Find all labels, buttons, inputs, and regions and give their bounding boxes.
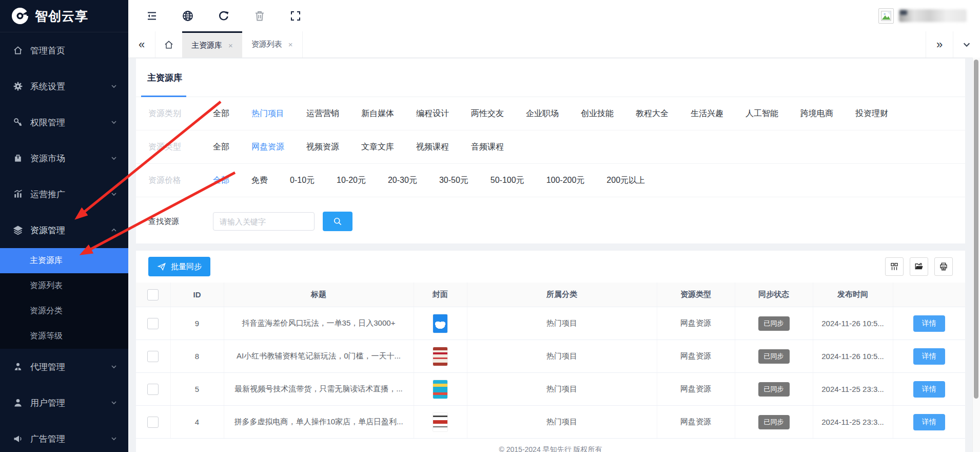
sidebar-subitem-resource-category[interactable]: 资源分类: [0, 298, 128, 324]
sidebar-item-system-settings[interactable]: 系统设置: [0, 68, 128, 104]
export-button[interactable]: [910, 257, 928, 276]
filter-row-price: 资源价格 全部 免费 0-10元 10-20元 20-30元 30-50元 50…: [136, 164, 965, 197]
sidebar-item-label: 资源市场: [30, 153, 111, 164]
sidebar-item-resource-management[interactable]: 资源管理: [0, 212, 128, 248]
tabs-scroll-right-button[interactable]: »: [926, 31, 953, 58]
brand-logo-icon: [11, 7, 29, 25]
filter-option[interactable]: 免费: [251, 175, 268, 186]
cell-id: 8: [170, 340, 224, 373]
resource-table: ID 标题 封面 所属分类 资源类型 同步状态 发布时间 9 抖音蓝海差价风口玩…: [136, 282, 965, 439]
filter-option[interactable]: 200元以上: [606, 175, 645, 186]
detail-button[interactable]: 详情: [913, 348, 945, 365]
sidebar-subitem-label: 资源列表: [30, 280, 63, 291]
row-checkbox[interactable]: [147, 351, 159, 362]
filter-option[interactable]: 音频课程: [471, 142, 504, 153]
sidebar-subitem-resource-list[interactable]: 资源列表: [0, 273, 128, 298]
refresh-icon[interactable]: [218, 10, 230, 22]
gear-icon: [13, 81, 23, 91]
globe-icon[interactable]: [182, 10, 194, 22]
search-input[interactable]: [213, 212, 315, 231]
sidebar-item-operations[interactable]: 运营推广: [0, 176, 128, 212]
filter-option[interactable]: 20-30元: [388, 175, 417, 186]
page-title-underline: [141, 96, 186, 97]
filter-option[interactable]: 30-50元: [439, 175, 468, 186]
filter-option[interactable]: 文章文库: [361, 142, 394, 153]
filter-option[interactable]: 人工智能: [746, 108, 778, 119]
sidebar-item-permissions[interactable]: 权限管理: [0, 104, 128, 140]
filter-option-active[interactable]: 全部: [213, 175, 229, 186]
filter-option[interactable]: 运营营销: [306, 108, 339, 119]
sidebar-subitem-resource-level[interactable]: 资源等级: [0, 324, 128, 349]
filter-label: 资源价格: [148, 175, 213, 186]
trash-icon[interactable]: [253, 10, 266, 22]
filter-option[interactable]: 教程大全: [636, 108, 669, 119]
app-window: 智创云享 管理首页 系统设置 权限管理 资源市场: [0, 0, 980, 452]
fullscreen-icon[interactable]: [289, 10, 302, 22]
home-icon: [164, 40, 174, 50]
filter-option[interactable]: 生活兴趣: [691, 108, 723, 119]
tabbar-spacer: [303, 31, 926, 58]
filter-option[interactable]: 视频资源: [306, 142, 339, 153]
close-icon[interactable]: ×: [288, 40, 293, 49]
tab-resource-list[interactable]: 资源列表 ×: [242, 31, 303, 58]
sync-status-badge: 已同步: [758, 382, 790, 397]
filter-option-active[interactable]: 热门项目: [251, 108, 284, 119]
column-header-type: 资源类型: [657, 282, 735, 307]
topbar-user-area[interactable]: [878, 8, 980, 24]
tab-home-button[interactable]: [155, 31, 182, 58]
sidebar-item-ad-management[interactable]: 广告管理: [0, 421, 128, 452]
tabs-scroll-left-button[interactable]: «: [128, 31, 155, 58]
filter-option[interactable]: 全部: [213, 142, 229, 153]
column-header-sync-status: 同步状态: [735, 282, 813, 307]
batch-sync-button[interactable]: 批量同步: [148, 257, 210, 276]
search-button[interactable]: [323, 212, 352, 231]
broken-image-icon: [880, 10, 892, 22]
columns-icon: [890, 262, 899, 271]
filter-option[interactable]: 投资理财: [855, 108, 888, 119]
filter-option[interactable]: 跨境电商: [800, 108, 833, 119]
filter-option[interactable]: 企业职场: [526, 108, 559, 119]
filter-option[interactable]: 全部: [213, 108, 229, 119]
filter-option[interactable]: 50-100元: [491, 175, 524, 186]
filter-option[interactable]: 100-200元: [546, 175, 585, 186]
row-checkbox[interactable]: [147, 417, 159, 428]
sidebar-item-dashboard[interactable]: 管理首页: [0, 32, 128, 68]
row-checkbox[interactable]: [147, 318, 159, 329]
scrollbar-thumb[interactable]: [974, 60, 978, 399]
filter-option[interactable]: 编程设计: [416, 108, 449, 119]
layers-icon: [13, 225, 23, 235]
sidebar-item-user-management[interactable]: 用户管理: [0, 385, 128, 421]
filter-row-type: 资源类型 全部 网盘资源 视频资源 文章文库 视频课程 音频课程: [136, 130, 965, 164]
filter-option[interactable]: 视频课程: [416, 142, 449, 153]
filter-option[interactable]: 10-20元: [337, 175, 366, 186]
filter-option-active[interactable]: 网盘资源: [251, 142, 284, 153]
filter-option[interactable]: 新自媒体: [361, 108, 394, 119]
filter-option[interactable]: 0-10元: [290, 175, 315, 186]
chevron-down-icon: [111, 364, 117, 370]
page-title: 主资源库: [147, 72, 182, 84]
double-chevron-left-icon: «: [139, 38, 145, 51]
columns-settings-button[interactable]: [885, 257, 904, 276]
column-header-cover: 封面: [414, 282, 467, 307]
cell-id: 4: [170, 406, 224, 439]
tabs-menu-button[interactable]: [953, 31, 980, 58]
print-icon: [939, 262, 948, 271]
detail-button[interactable]: 详情: [913, 315, 945, 332]
sidebar-subitem-main-repository[interactable]: 主资源库: [0, 248, 128, 273]
filter-option[interactable]: 创业技能: [581, 108, 614, 119]
print-button[interactable]: [934, 257, 953, 276]
close-icon[interactable]: ×: [228, 41, 233, 50]
sidebar-item-agent-management[interactable]: 代理管理: [0, 349, 128, 385]
cell-publish-date: 2024-11-26 10:5...: [813, 307, 893, 340]
detail-button[interactable]: 详情: [913, 414, 945, 430]
detail-button[interactable]: 详情: [913, 381, 945, 398]
filter-label: 资源类别: [148, 108, 213, 119]
select-all-checkbox[interactable]: [147, 289, 159, 300]
sidebar-item-resource-market[interactable]: 资源市场: [0, 140, 128, 176]
column-header-id: ID: [170, 282, 224, 307]
filter-option[interactable]: 两性交友: [471, 108, 504, 119]
collapse-sidebar-icon[interactable]: [146, 10, 158, 22]
row-checkbox[interactable]: [147, 384, 159, 395]
logo-text: 智创云享: [35, 8, 88, 25]
tab-main-repository[interactable]: 主资源库 ×: [182, 31, 242, 58]
